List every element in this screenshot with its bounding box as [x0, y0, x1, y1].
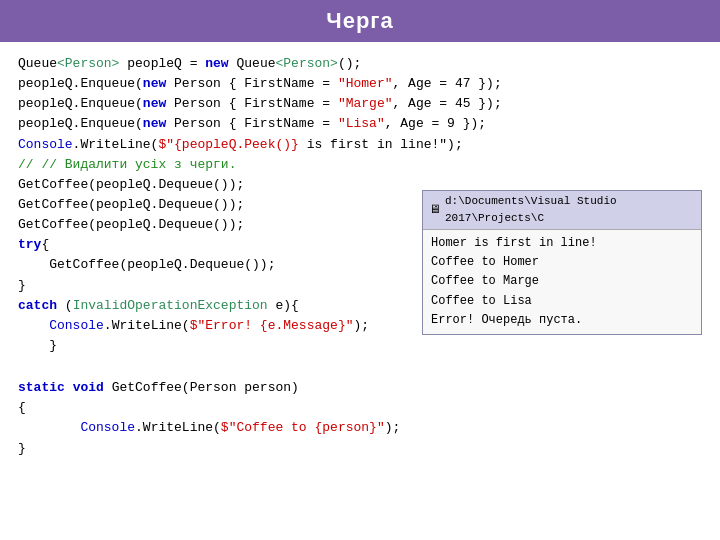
static-line-s2: { [18, 398, 702, 418]
content-area: Queue<Person> peopleQ = new Queue<Person… [0, 42, 720, 467]
page-title: Черга [326, 8, 394, 33]
code-line-l5: Console.WriteLine($"{peopleQ.Peek()} is … [18, 135, 702, 155]
code-line-l15: } [18, 336, 702, 356]
code-line-l6: // // Видалити усіх з черги. [18, 155, 702, 175]
code-line-l3: peopleQ.Enqueue(new Person { FirstName =… [18, 94, 702, 114]
output-box-body: Homer is first in line!Coffee to HomerCo… [423, 230, 701, 334]
output-line-2: Coffee to Marge [431, 272, 693, 291]
static-line-s1: static void GetCoffee(Person person) [18, 378, 702, 398]
output-line-1: Coffee to Homer [431, 253, 693, 272]
code-line-l4: peopleQ.Enqueue(new Person { FirstName =… [18, 114, 702, 134]
static-line-s3: Console.WriteLine($"Coffee to {person}")… [18, 418, 702, 438]
output-box-path: d:\Documents\Visual Studio 2017\Projects… [445, 193, 695, 227]
static-section: static void GetCoffee(Person person){ Co… [18, 378, 702, 459]
output-line-0: Homer is first in line! [431, 234, 693, 253]
code-line-l2: peopleQ.Enqueue(new Person { FirstName =… [18, 74, 702, 94]
static-line-s4: } [18, 439, 702, 459]
code-line-l1: Queue<Person> peopleQ = new Queue<Person… [18, 54, 702, 74]
output-box-title: 🖥 d:\Documents\Visual Studio 2017\Projec… [423, 191, 701, 230]
output-box: 🖥 d:\Documents\Visual Studio 2017\Projec… [422, 190, 702, 335]
monitor-icon: 🖥 [429, 201, 441, 220]
output-line-4: Error! Очередь пуста. [431, 311, 693, 330]
output-line-3: Coffee to Lisa [431, 292, 693, 311]
title-bar: Черга [0, 0, 720, 42]
